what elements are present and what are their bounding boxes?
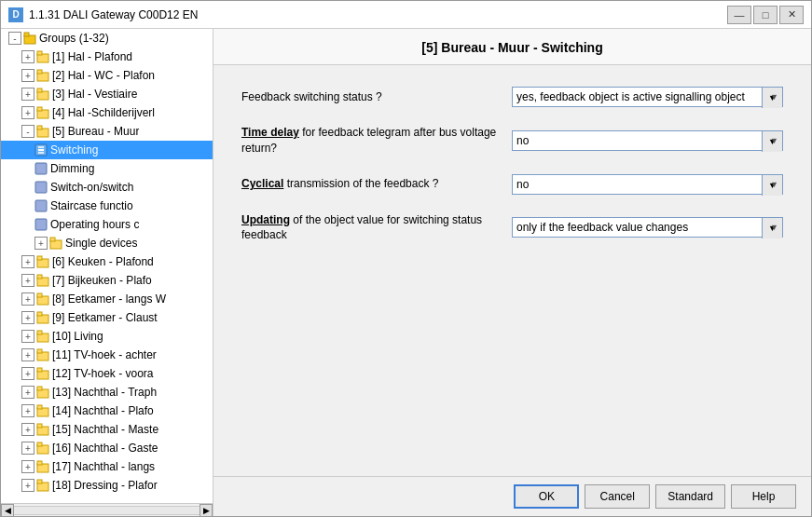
g13-expander[interactable]: + <box>21 386 34 399</box>
g11-expander[interactable]: + <box>21 348 34 361</box>
updating-dropdown-arrow[interactable]: ▼ <box>762 218 782 238</box>
operating-label: Operating hours c <box>50 218 139 231</box>
g4-expander[interactable]: + <box>21 106 34 119</box>
app-icon: D <box>8 7 23 22</box>
cyclical-label: Cyclical transmission of the feedback ? <box>241 176 512 192</box>
svg-rect-25 <box>37 275 42 279</box>
title-bar: D 1.1.31 DALI Gateway C00D12 EN — □ ✕ <box>1 1 811 29</box>
tree-item-g8[interactable]: + [8] Eetkamer - langs W <box>1 290 213 308</box>
cyclical-arrow-icon: ▼ <box>768 181 777 190</box>
close-button[interactable]: ✕ <box>779 6 804 24</box>
single-label: Single devices <box>65 237 137 250</box>
tree-item-single[interactable]: + Single devices <box>1 234 213 252</box>
tree-item-g1[interactable]: + [1] Hal - Plafond <box>1 48 213 66</box>
g12-icon <box>36 367 49 380</box>
feedback-dropdown[interactable]: yes, feedback object is active signallin… <box>512 87 783 107</box>
tree-item-g15[interactable]: + [15] Nachthal - Maste <box>1 420 213 439</box>
g16-label: [16] Nachthal - Gaste <box>52 442 158 455</box>
cancel-button[interactable]: Cancel <box>585 484 650 509</box>
right-panel: [5] Bureau - Muur - Switching Feedback s… <box>213 29 811 516</box>
dimming-icon <box>34 162 48 175</box>
switchon-label: Switch-on/switch <box>50 181 133 194</box>
cyclical-dropdown[interactable]: no ▼ <box>512 174 783 195</box>
g5-icon <box>36 125 49 138</box>
g8-expander[interactable]: + <box>21 293 34 306</box>
g1-expander[interactable]: + <box>21 50 34 63</box>
ok-button[interactable]: OK <box>514 484 579 509</box>
help-button[interactable]: Help <box>731 484 796 509</box>
g9-expander[interactable]: + <box>21 311 34 324</box>
g2-expander[interactable]: + <box>21 69 34 82</box>
g10-expander[interactable]: + <box>21 330 34 343</box>
g18-expander[interactable]: + <box>21 479 34 492</box>
cyclical-dropdown-arrow[interactable]: ▼ <box>762 175 782 196</box>
tree-item-g2[interactable]: + [2] Hal - WC - Plafon <box>1 66 213 85</box>
tree-item-g17[interactable]: + [17] Nachthal - langs <box>1 457 213 476</box>
feedback-dropdown-arrow[interactable]: ▼ <box>762 88 782 108</box>
tree-item-switching[interactable]: Switching <box>1 141 213 159</box>
g5-expander[interactable]: - <box>21 125 34 138</box>
root-expander[interactable]: - <box>8 32 21 45</box>
tree-item-switchon[interactable]: Switch-on/switch <box>1 178 213 197</box>
g6-expander[interactable]: + <box>21 255 34 268</box>
single-expander[interactable]: + <box>34 237 48 250</box>
g12-expander[interactable]: + <box>21 367 34 380</box>
standard-button[interactable]: Standard <box>655 484 725 509</box>
tree-item-operating[interactable]: Operating hours c <box>1 215 213 234</box>
tree-item-g5[interactable]: - [5] Bureau - Muur <box>1 122 213 141</box>
g11-icon <box>36 348 49 361</box>
tree-item-g16[interactable]: + [16] Nachthal - Gaste <box>1 439 213 457</box>
tree-item-g3[interactable]: + [3] Hal - Vestiaire <box>1 85 213 103</box>
tree-item-g4[interactable]: + [4] Hal -Schilderijverl <box>1 103 213 122</box>
hscroll-left-btn[interactable]: ◀ <box>1 504 14 517</box>
svg-rect-45 <box>37 461 42 465</box>
g17-expander[interactable]: + <box>21 460 34 473</box>
svg-rect-3 <box>37 51 42 55</box>
svg-rect-37 <box>37 387 42 390</box>
timedelay-dropdown-arrow[interactable]: ▼ <box>762 131 782 152</box>
tree-item-g12[interactable]: + [12] TV-hoek - voora <box>1 364 213 383</box>
updating-arrow-icon: ▼ <box>768 224 777 233</box>
tree-item-staircase[interactable]: Staircase functio <box>1 197 213 215</box>
tree-root[interactable]: - Groups (1-32) <box>1 29 213 48</box>
tree-item-g7[interactable]: + [7] Bijkeuken - Plafo <box>1 271 213 290</box>
tree-item-g13[interactable]: + [13] Nachthal - Traph <box>1 383 213 401</box>
window-title: 1.1.31 DALI Gateway C00D12 EN <box>29 8 198 21</box>
bottom-bar: OK Cancel Standard Help <box>213 476 811 516</box>
tree-item-g14[interactable]: + [14] Nachthal - Plafo <box>1 401 213 420</box>
hscroll-right-btn[interactable]: ▶ <box>200 504 213 517</box>
svg-rect-29 <box>37 312 42 316</box>
g16-expander[interactable]: + <box>21 442 34 455</box>
tree-item-g10[interactable]: + [10] Living <box>1 327 213 346</box>
tree-item-g18[interactable]: + [18] Dressing - Plafor <box>1 476 213 495</box>
g13-label: [13] Nachthal - Traph <box>52 386 157 399</box>
form-row-timedelay: Time delay for feedback telegram after b… <box>241 125 783 156</box>
tree-item-g6[interactable]: + [6] Keuken - Plafond <box>1 252 213 271</box>
g15-expander[interactable]: + <box>21 423 34 436</box>
updating-dropdown[interactable]: only if the feedback value changes ▼ <box>512 217 783 238</box>
g14-expander[interactable]: + <box>21 404 34 417</box>
tree-hscroll[interactable]: ◀ ▶ <box>1 503 213 516</box>
timedelay-control: no ▼ <box>512 130 783 151</box>
svg-rect-16 <box>35 163 47 174</box>
svg-rect-47 <box>37 480 42 483</box>
g11-label: [11] TV-hoek - achter <box>52 348 157 361</box>
timedelay-label: Time delay for feedback telegram after b… <box>241 125 512 156</box>
g3-expander[interactable]: + <box>21 88 34 101</box>
tree-item-g11[interactable]: + [11] TV-hoek - achter <box>1 346 213 364</box>
g18-icon <box>36 479 49 492</box>
tree-item-dimming[interactable]: Dimming <box>1 159 213 178</box>
tree-panel: - Groups (1-32) + <box>1 29 213 516</box>
staircase-icon <box>34 199 48 212</box>
timedelay-dropdown[interactable]: no ▼ <box>512 130 783 151</box>
tree-item-g9[interactable]: + [9] Eetkamer - Claust <box>1 308 213 327</box>
g7-expander[interactable]: + <box>21 274 34 287</box>
svg-rect-41 <box>37 424 42 428</box>
tree-scroll[interactable]: - Groups (1-32) + <box>1 29 213 503</box>
maximize-button[interactable]: □ <box>753 6 778 24</box>
feedback-label: Feedback switching status ? <box>241 89 512 105</box>
minimize-button[interactable]: — <box>727 6 751 24</box>
g17-label: [17] Nachthal - langs <box>52 460 155 473</box>
staircase-label: Staircase functio <box>50 199 133 212</box>
form-row-cyclical: Cyclical transmission of the feedback ? … <box>241 171 783 197</box>
